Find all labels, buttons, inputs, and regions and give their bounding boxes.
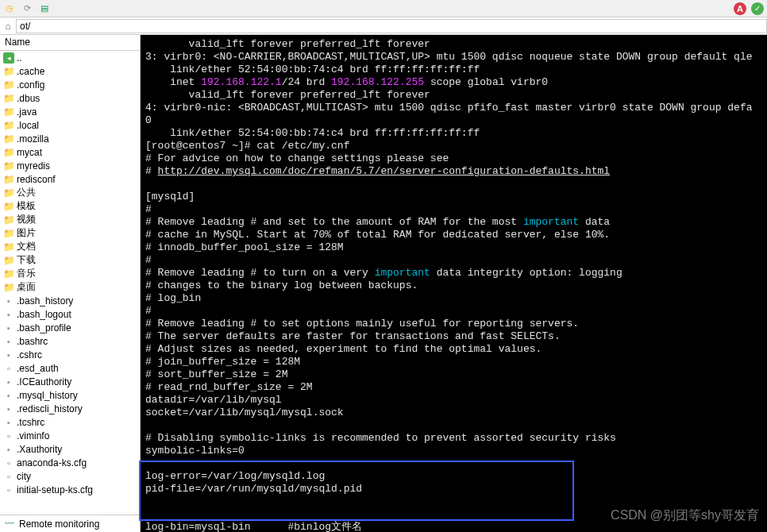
folder-icon: 📁 (3, 160, 14, 172)
file-label: .Xauthority (17, 444, 62, 455)
hidden-icon: ▪ (3, 295, 14, 306)
folder-icon: 📁 (3, 241, 14, 253)
file-row[interactable]: ▫.esd_auth (0, 361, 140, 375)
file-label: .bash_logout (17, 309, 71, 320)
file-label: mycat (17, 147, 42, 158)
file-row[interactable]: ◂.. (0, 51, 140, 64)
terminal-output[interactable]: valid_lft forever preferred_lft forever3… (141, 35, 767, 532)
file-row[interactable]: 📁redisconf (0, 172, 140, 186)
file-row[interactable]: 📁桌面 (0, 280, 140, 294)
file-icon: ▫ (3, 430, 14, 441)
file-label: .cshrc (17, 349, 42, 360)
location-icon: ⌂ (0, 21, 16, 32)
file-label: redisconf (17, 174, 56, 185)
file-list[interactable]: ◂..📁.cache📁.config📁.dbus📁.java📁.local📁.m… (0, 51, 140, 515)
file-row[interactable]: ▪.rediscli_history (0, 402, 140, 415)
file-row[interactable]: ▫anaconda-ks.cfg (0, 456, 140, 469)
file-row[interactable]: 📁.java (0, 105, 140, 118)
file-row[interactable]: ▪.cshrc (0, 348, 140, 361)
check-icon[interactable]: ✓ (751, 2, 764, 15)
file-row[interactable]: ▫.viminfo (0, 429, 140, 442)
hidden-icon: ▪ (3, 417, 14, 428)
column-header-name[interactable]: Name (0, 35, 140, 51)
folder-icon: 📁 (3, 187, 14, 199)
file-row[interactable]: 📁模板 (0, 199, 140, 213)
palette-icon[interactable]: ▤ (38, 2, 51, 15)
folder-icon: 📁 (3, 282, 14, 293)
folder-sel-icon: 📁 (3, 147, 14, 158)
refresh-icon[interactable]: ⟳ (21, 2, 33, 15)
badge-a-icon[interactable]: A (734, 2, 746, 15)
file-row[interactable]: ▪.Xauthority (0, 442, 140, 456)
file-row[interactable]: ▪.tcshrc (0, 415, 140, 429)
hidden-icon: ▪ (3, 376, 14, 387)
file-label: anaconda-ks.cfg (17, 457, 87, 468)
path-bar: ⌂ (0, 17, 767, 35)
file-row[interactable]: 📁mycat (0, 145, 140, 159)
file-icon: ▫ (3, 471, 14, 482)
file-row[interactable]: ▪.bash_profile (0, 321, 140, 334)
file-row[interactable]: ▪.ICEauthority (0, 375, 140, 388)
file-label: city (17, 471, 31, 482)
top-toolbar: ◷ ⟳ ▤ A ✓ (0, 0, 767, 17)
folder-icon: 📁 (3, 268, 14, 279)
folder-icon: 📁 (3, 214, 14, 226)
folder-icon: 📁 (3, 133, 14, 145)
folder-icon: 📁 (3, 228, 14, 239)
history-icon[interactable]: ◷ (3, 2, 16, 15)
file-row[interactable]: ▫city (0, 469, 140, 483)
folder-icon: 📁 (3, 106, 14, 118)
file-icon: ▫ (3, 363, 14, 374)
status-bar: 〰 Remote monitoring (0, 515, 140, 532)
file-label: .mysql_history (17, 390, 78, 401)
file-row[interactable]: 📁下载 (0, 253, 140, 267)
file-row[interactable]: 📁文档 (0, 240, 140, 253)
file-label: .tcshrc (17, 417, 44, 428)
hidden-icon: ▪ (3, 403, 14, 414)
file-label: .cache (17, 66, 44, 77)
file-row[interactable]: ▪.bashrc (0, 334, 140, 348)
folder-icon: 📁 (3, 174, 14, 185)
file-label: .java (17, 106, 37, 118)
hidden-icon: ▪ (3, 444, 14, 455)
file-label: .ICEauthority (17, 376, 71, 387)
file-label: .esd_auth (17, 363, 59, 374)
file-row[interactable]: 📁.local (0, 118, 140, 132)
file-label: .. (17, 52, 22, 64)
file-row[interactable]: 📁音乐 (0, 267, 140, 280)
file-row[interactable]: 📁.cache (0, 64, 140, 78)
file-row[interactable]: 📁图片 (0, 226, 140, 240)
folder-icon: 📁 (3, 66, 14, 77)
file-row[interactable]: 📁视频 (0, 213, 140, 226)
file-label: 桌面 (17, 280, 36, 294)
file-label: 图片 (17, 226, 36, 240)
folder-icon: 📁 (3, 201, 14, 212)
file-label: .viminfo (17, 430, 49, 441)
file-label: 视频 (17, 213, 36, 226)
hidden-icon: ▪ (3, 309, 14, 320)
hidden-icon: ▪ (3, 336, 14, 347)
file-label: .config (17, 79, 44, 91)
file-label: .dbus (17, 93, 40, 104)
file-row[interactable]: ▪.bash_logout (0, 307, 140, 321)
path-input[interactable] (16, 19, 767, 33)
file-label: initial-setup-ks.cfg (17, 484, 93, 495)
file-row[interactable]: ▫initial-setup-ks.cfg (0, 483, 140, 496)
file-label: .bash_history (17, 295, 73, 306)
main-area: Name ◂..📁.cache📁.config📁.dbus📁.java📁.loc… (0, 35, 767, 532)
file-row[interactable]: 📁.dbus (0, 91, 140, 105)
folder-icon: 📁 (3, 255, 14, 266)
up-icon: ◂ (3, 52, 14, 64)
file-row[interactable]: ▪.mysql_history (0, 388, 140, 402)
file-label: 模板 (17, 199, 36, 213)
file-row[interactable]: 📁.config (0, 78, 140, 91)
file-sidebar: Name ◂..📁.cache📁.config📁.dbus📁.java📁.loc… (0, 35, 141, 532)
file-label: 公共 (17, 186, 36, 199)
file-row[interactable]: 📁公共 (0, 186, 140, 199)
file-row[interactable]: ▪.bash_history (0, 294, 140, 307)
status-text: Remote monitoring (19, 519, 99, 530)
file-row[interactable]: 📁myredis (0, 159, 140, 172)
file-icon: ▫ (3, 484, 14, 495)
file-row[interactable]: 📁.mozilla (0, 132, 140, 145)
folder-icon: 📁 (3, 120, 14, 131)
